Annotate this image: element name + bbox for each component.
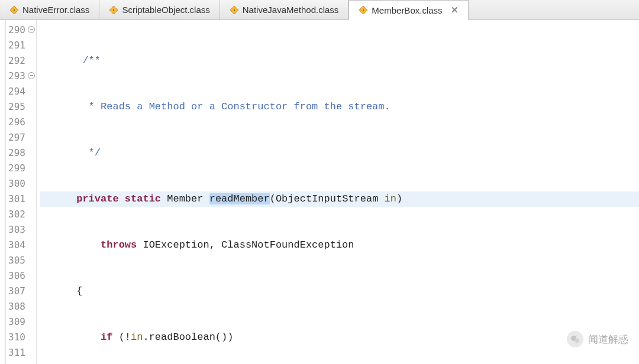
line-number: 304 [8,238,36,253]
line-number: 309 [8,314,36,330]
tab-label: NativeJavaMethod.class [243,5,339,15]
line-number: 307 [8,284,36,299]
code-line[interactable]: * Reads a Method or a Constructor from t… [40,99,639,115]
line-number: 292 [8,53,36,69]
editor: 290− 291 292 293− 294 295 296 297 298 29… [0,20,639,364]
line-number: 297 [8,130,36,145]
svg-rect-3 [113,9,114,11]
tab-scriptableobject[interactable]: ScriptableObject.class [99,0,220,20]
line-number: 291 [8,38,36,53]
fold-icon[interactable]: − [28,72,35,79]
line-number: 295 [8,99,36,115]
close-icon[interactable]: ✕ [451,5,459,15]
code-line[interactable]: { [40,284,639,299]
code-line[interactable]: private static Member readMember(ObjectI… [40,191,639,207]
fold-icon[interactable]: − [28,26,35,33]
line-number: 303 [8,222,36,238]
class-icon [359,5,368,15]
line-number: 302 [8,207,36,222]
line-number: 311 [8,345,36,360]
line-number: 298 [8,145,36,161]
line-number: 308 [8,299,36,314]
tab-label: NativeError.class [22,5,89,15]
line-number: 305 [8,253,36,268]
class-icon [230,5,239,15]
code-line[interactable]: */ [40,145,639,161]
line-number: 294 [8,84,36,99]
wechat-icon [567,331,583,347]
class-icon [109,5,118,15]
svg-rect-5 [234,9,235,11]
code-line[interactable]: /** [40,53,639,69]
selected-text: readMember [209,193,270,204]
tab-nativeerror[interactable]: NativeError.class [0,0,99,20]
svg-point-9 [575,339,579,343]
class-icon [9,5,19,15]
line-number: 310 [8,330,36,345]
line-number: 301 [8,191,36,207]
code-line[interactable]: if (!in.readBoolean()) [40,330,639,345]
editor-tabs: NativeError.class ScriptableObject.class… [0,0,639,20]
line-number: 306 [8,268,36,284]
line-number: 293− [8,69,36,84]
line-number-gutter: 290− 291 292 293− 294 295 296 297 298 29… [0,20,37,364]
line-number: 290− [8,22,36,38]
line-number: 300 [8,176,36,191]
code-line[interactable]: throws IOException, ClassNotFoundExcepti… [40,238,639,253]
svg-rect-1 [14,9,15,11]
line-number: 296 [8,115,36,130]
tab-nativejavamethod[interactable]: NativeJavaMethod.class [220,0,349,20]
tab-label: MemberBox.class [372,5,442,15]
watermark-text: 闻道解惑 [588,333,628,346]
watermark: 闻道解惑 [567,331,628,347]
tab-memberbox[interactable]: MemberBox.class ✕ [348,0,468,20]
code-area[interactable]: /** * Reads a Method or a Constructor fr… [37,20,639,364]
line-number: 299 [8,161,36,176]
tab-label: ScriptableObject.class [122,5,209,15]
svg-rect-7 [363,9,364,11]
